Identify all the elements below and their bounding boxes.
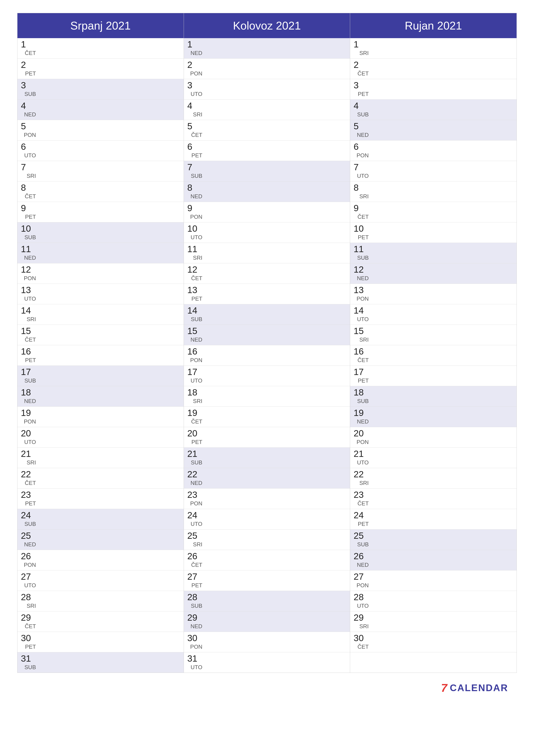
day-name: UTO (191, 234, 202, 241)
day-name: SRI (359, 337, 369, 343)
day-name: PON (190, 357, 202, 364)
day-name: PET (25, 644, 36, 650)
day-row: 24UTO (184, 509, 350, 529)
day-row: 25NED (17, 529, 184, 550)
day-number: 27 (354, 572, 369, 581)
day-number: 27 (21, 572, 36, 581)
day-row: 10SUB (17, 222, 184, 243)
day-number: 25 (187, 531, 202, 540)
day-name: SUB (25, 521, 36, 527)
month-header-2: Rujan 2021 (350, 13, 517, 38)
day-number: 7 (21, 163, 36, 172)
day-row: 31UTO (184, 652, 350, 673)
day-number: 10 (21, 224, 36, 233)
day-number: 13 (187, 285, 202, 295)
day-row: 10UTO (184, 222, 350, 243)
day-number: 22 (21, 470, 36, 479)
day-name: NED (191, 194, 202, 200)
day-name: NED (191, 623, 202, 630)
day-name: SRI (27, 173, 36, 179)
day-number: 23 (354, 490, 369, 499)
day-name: UTO (191, 521, 202, 527)
day-number: 2 (21, 60, 36, 69)
day-name: ČET (191, 419, 202, 425)
day-name: PET (191, 296, 202, 302)
day-name: UTO (24, 439, 36, 446)
day-number: 29 (21, 613, 36, 622)
day-row: 17SUB (17, 366, 184, 386)
day-row: 23ČET (350, 489, 517, 509)
day-name: PON (24, 419, 36, 425)
month-col-1: 1NED2PON3UTO4SRI5ČET6PET7SUB8NED9PON10UT… (184, 38, 350, 673)
day-number: 18 (21, 388, 36, 397)
day-name: PET (25, 357, 36, 364)
day-name: SRI (359, 623, 369, 630)
day-name: SUB (25, 378, 36, 384)
day-number: 21 (187, 449, 202, 458)
day-name: SUB (191, 603, 202, 609)
day-row: 2PET (17, 59, 184, 79)
day-name: ČET (357, 500, 369, 507)
day-row: 21SRI (17, 447, 184, 468)
day-number: 30 (21, 634, 36, 643)
day-row: 1NED (184, 38, 350, 59)
day-row: 22SRI (350, 468, 517, 489)
day-row: 20PON (350, 427, 517, 447)
months-body: 1ČET2PET3SUB4NED5PON6UTO7SRI8ČET9PET10SU… (17, 38, 517, 673)
day-row: 9PET (17, 202, 184, 222)
month-header-1: Kolovoz 2021 (184, 13, 350, 38)
day-row: 16PET (17, 345, 184, 366)
day-row: 31SUB (17, 652, 184, 673)
day-name: PON (24, 562, 36, 569)
day-row: 15ČET (17, 325, 184, 345)
day-name: NED (24, 398, 36, 405)
day-row: 25SRI (184, 529, 350, 550)
day-row: 1SRI (350, 38, 517, 59)
day-name: SUB (357, 255, 369, 261)
day-name: UTO (24, 296, 36, 302)
day-name: ČET (25, 337, 36, 343)
day-name: UTO (357, 316, 369, 323)
day-number: 9 (21, 204, 36, 213)
day-row: 15NED (184, 325, 350, 345)
day-name: NED (191, 337, 202, 343)
day-row: 14UTO (350, 304, 517, 325)
day-row: 18NED (17, 386, 184, 407)
day-row: 11NED (17, 243, 184, 263)
day-row: 2PON (184, 59, 350, 79)
day-name: SRI (27, 316, 36, 323)
day-row: 8NED (184, 181, 350, 202)
day-row: 13PON (350, 284, 517, 304)
day-row: 6PON (350, 141, 517, 161)
day-number: 10 (354, 224, 369, 233)
day-number: 13 (21, 285, 36, 295)
day-row: 9ČET (350, 202, 517, 222)
day-row: 19ČET (184, 407, 350, 427)
day-number: 28 (354, 593, 369, 602)
day-row: 25SUB (350, 529, 517, 550)
day-name: NED (191, 50, 202, 57)
day-row: 22NED (184, 468, 350, 489)
day-name: SUB (357, 398, 369, 405)
day-row: 8ČET (17, 181, 184, 202)
day-number: 15 (354, 327, 369, 336)
day-row: 23PET (17, 489, 184, 509)
day-name: PON (190, 644, 202, 650)
day-number: 24 (187, 511, 202, 520)
day-row: 4SUB (350, 99, 517, 120)
day-row: 22ČET (17, 468, 184, 489)
day-name: SUB (191, 173, 202, 179)
day-number: 26 (21, 552, 36, 561)
day-number: 23 (21, 490, 36, 499)
day-row: 3SUB (17, 79, 184, 99)
day-row: 29NED (184, 611, 350, 632)
day-row: 19NED (350, 407, 517, 427)
day-name: PET (358, 378, 369, 384)
day-name: ČET (357, 214, 369, 221)
day-number: 7 (187, 163, 202, 172)
day-name: NED (24, 542, 36, 548)
day-number: 16 (21, 347, 36, 356)
day-row: 17PET (350, 366, 517, 386)
day-name: NED (24, 255, 36, 261)
month-col-2: 1SRI2ČET3PET4SUB5NED6PON7UTO8SRI9ČET10PE… (350, 38, 517, 673)
